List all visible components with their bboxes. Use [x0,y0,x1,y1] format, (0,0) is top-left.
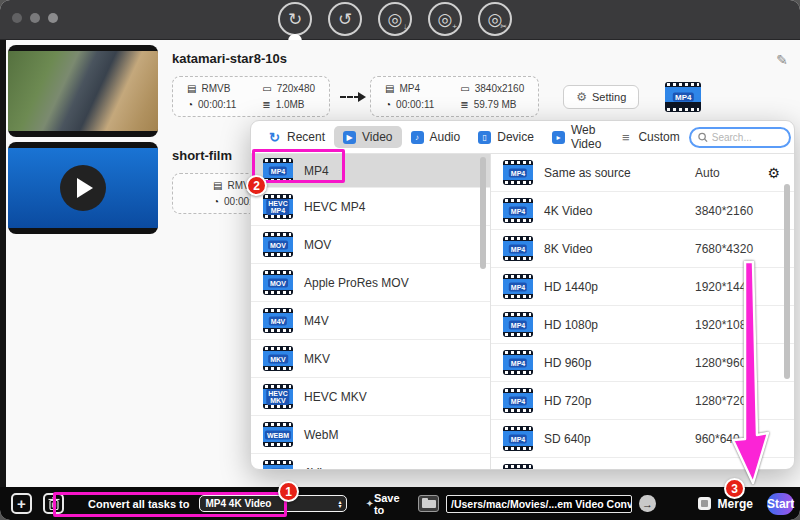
video-thumbnail[interactable] [8,142,158,234]
folder-icon[interactable] [418,495,439,512]
setting-button[interactable]: ⚙ Setting [563,85,639,109]
resolution-name: HD 960p [544,356,684,370]
resolution-item-4k[interactable]: MP44K Video3840*2160 [491,192,794,230]
size-icon: ≣ [460,99,468,110]
resolution-value: 3840*2160 [695,204,753,218]
search-box[interactable] [689,127,791,148]
resolution-value: 1280*960 [695,356,746,370]
delete-file-button[interactable] [43,493,64,514]
device-icon: ▯ [478,131,491,144]
gear-icon[interactable]: ⚙ [767,165,780,181]
mv-tab-icon[interactable]: ◎↓ [378,2,412,36]
format-item-m4v[interactable]: M4VM4V [251,302,490,340]
sparkle-icon: ✦ [365,498,373,509]
format-name: HEVC MKV [304,390,367,404]
format-list-scrollbar[interactable] [480,157,486,269]
format-list: MP4MP4 HEVC MP4HEVC MP4 MOVMOV MOVApple … [251,154,491,469]
resolution-icon: ▭ [262,83,271,94]
format-item-mp4[interactable]: MP4MP4 [251,154,490,188]
resolution-item-8k[interactable]: MP48K Video7680*4320 [491,230,794,268]
resolution-item-sd576[interactable]: MP4SD 576p768*576 [491,458,794,469]
search-input[interactable] [712,132,782,143]
toolbox-tab-icon[interactable]: ◎✂ [478,2,512,36]
format-item-prores-mov[interactable]: MOVApple ProRes MOV [251,264,490,302]
resolution-value: 1920*1080 [695,318,753,332]
resolution-item-hd720[interactable]: MP4HD 720p1280*720 [491,382,794,420]
format-item-mkv[interactable]: MKVMKV [251,340,490,378]
format-name: MP4 [304,164,329,178]
tab-label: Audio [430,130,461,144]
film-icon: MP4 [503,274,533,299]
output-format-picker[interactable]: MP4 [665,82,701,112]
tab-audio[interactable]: ♪ Audio [402,126,470,148]
open-folder-arrow-button[interactable]: → [639,495,655,512]
output-format-icon-label: MP4 [673,92,693,101]
tab-video[interactable]: ▶ Video [334,126,401,148]
setting-button-label: Setting [592,91,626,103]
output-duration: ◔00:00:11 [385,99,434,110]
film-icon: HEVC MP4 [263,194,293,219]
tab-label: Custom [638,130,679,144]
save-path-field[interactable]: /Users/mac/Movies/...em Video Converter [446,495,632,513]
play-icon[interactable] [60,165,106,211]
convert-format-value: MP4 4K Video [205,498,338,509]
custom-sliders-icon: ≡ [619,131,632,144]
thumbnail-image [8,148,158,228]
resolution-item-hd1080[interactable]: MP4HD 1080p1920*1080 [491,306,794,344]
resolution-item-same-as-source[interactable]: MP4Same as sourceAuto⚙ [491,154,794,192]
merge-checkbox[interactable] [698,497,711,510]
title-bar: ↻ ↺ ◎↓ ◎+ ◎✂ [0,0,800,40]
source-info-box: ▤RMVB ▭720x480 ◔00:00:11 ≣1.0MB [172,76,330,117]
resolution-list: MP4Same as sourceAuto⚙ MP44K Video3840*2… [491,154,794,469]
traffic-lights[interactable] [12,13,58,23]
film-icon: MP4 [263,158,293,183]
start-button[interactable]: Start [767,493,794,515]
film-icon: MP4 [503,198,533,223]
convert-all-tasks-group: Convert all tasks to MP4 4K Video ▴▾ [78,493,355,514]
bottom-bar: + Convert all tasks to MP4 4K Video ▴▾ ✦… [0,487,800,520]
convert-format-dropdown[interactable]: MP4 4K Video ▴▾ [199,495,347,512]
resolution-item-hd1440[interactable]: MP4HD 1440p1920*1440 [491,268,794,306]
format-item-avi[interactable]: AVIAVI [251,454,490,469]
collage-tab-icon[interactable]: ◎+ [428,2,462,36]
resolution-item-sd640[interactable]: MP4SD 640p960*640 [491,420,794,458]
format-item-hevc-mp4[interactable]: HEVC MP4HEVC MP4 [251,188,490,226]
plus-icon: + [17,495,26,512]
resolution-value: Auto [695,166,720,180]
format-item-hevc-mkv[interactable]: HEVC MKVHEVC MKV [251,378,490,416]
converter-tab-icon[interactable]: ↻ [278,2,312,36]
resolution-name: 8K Video [544,242,684,256]
tab-device[interactable]: ▯ Device [469,126,543,148]
resolution-name: HD 720p [544,394,684,408]
video-thumbnail[interactable] [8,45,158,137]
resolution-name: Same as source [544,166,684,180]
tab-label: Device [497,130,534,144]
format-name: MKV [304,352,330,366]
output-info-box: ▤MP4 ▭3840x2160 ◔00:00:11 ≣59.79 MB [370,76,539,117]
right-arrow-icon: → [642,498,653,510]
save-to-group: Save to /Users/mac/Movies/...em Video Co… [374,492,656,516]
audio-icon: ♪ [411,131,424,144]
resolution-value: 1280*720 [695,394,746,408]
source-resolution: ▭720x480 [262,83,315,94]
tab-recent[interactable]: ↻ Recent [259,126,334,148]
close-window-icon[interactable] [12,13,22,23]
tab-web-video[interactable]: ▸ Web Video [543,120,610,155]
ripper-tab-icon[interactable]: ↺ [328,2,362,36]
file-title: katamari-star8-10s [172,51,701,66]
tab-custom[interactable]: ≡ Custom [610,126,688,148]
trash-icon [48,497,60,510]
format-name: M4V [304,314,329,328]
source-duration: ◔00:00:11 [187,99,236,110]
zoom-window-icon[interactable] [48,13,58,23]
output-format: ▤MP4 [385,83,434,94]
rename-pencil-icon[interactable]: ✎ [776,52,788,68]
film-icon: MP4 [503,464,533,469]
resolution-item-hd960[interactable]: MP4HD 960p1280*960 [491,344,794,382]
add-file-button[interactable]: + [11,493,32,514]
resolution-list-scrollbar[interactable] [784,184,790,379]
format-item-mov[interactable]: MOVMOV [251,226,490,264]
minimize-window-icon[interactable] [30,13,40,23]
format-item-webm[interactable]: WEBMWebM [251,416,490,454]
film-icon: MP4 [503,426,533,451]
